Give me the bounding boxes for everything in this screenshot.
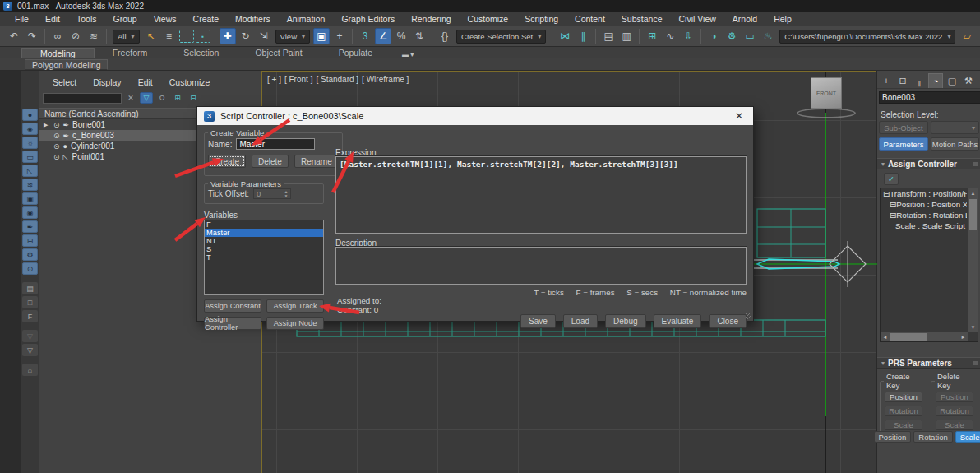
schematic-view-icon[interactable]: ⇩ xyxy=(680,28,696,44)
filter-bones-icon[interactable]: ✒ xyxy=(22,220,38,233)
basket-icon[interactable]: ⌂ xyxy=(22,364,38,376)
assign-node-button[interactable]: Assign Node xyxy=(266,317,324,330)
redo-icon[interactable]: ↷ xyxy=(24,28,40,44)
variable-item[interactable]: NT xyxy=(205,237,323,245)
spinner-snap-icon[interactable]: ⇅ xyxy=(411,28,428,44)
filter-visibility-icon[interactable]: ⊙ xyxy=(22,262,38,275)
eye-icon[interactable]: ⊙ xyxy=(53,153,60,161)
create-key-rotation-button[interactable]: Rotation xyxy=(885,406,922,416)
viewport-menu-renderer[interactable]: [ Standard ] xyxy=(316,75,358,84)
expand-arrow-icon[interactable]: ▶ xyxy=(44,122,50,128)
parameters-button[interactable]: Parameters xyxy=(879,137,928,151)
menu-help[interactable]: Help xyxy=(765,14,800,24)
search-filter-icon[interactable]: ▽ xyxy=(140,92,153,104)
variables-list[interactable]: F Master NT S T xyxy=(204,220,324,295)
scale-track-button[interactable]: Scale xyxy=(955,431,980,443)
filter-helpers-icon[interactable]: ◺ xyxy=(22,165,38,177)
object-name-label[interactable]: Bone001 xyxy=(72,120,105,129)
assign-constant-button[interactable]: Assign Constant xyxy=(204,299,261,313)
object-name-label[interactable]: Point001 xyxy=(72,152,104,161)
select-and-scale-icon[interactable]: ⇲ xyxy=(256,28,272,44)
scrollbar-thumb[interactable] xyxy=(969,199,977,230)
viewport-menu-shading[interactable]: [ Wireframe ] xyxy=(362,75,409,84)
explorer-menu-customize[interactable]: Customize xyxy=(169,77,210,87)
scroll-down-icon[interactable]: ▼ xyxy=(968,322,978,332)
menu-rendering[interactable]: Rendering xyxy=(403,14,459,24)
rotation-track-button[interactable]: Rotation xyxy=(913,431,952,443)
render-production-icon[interactable]: ♨ xyxy=(760,28,776,44)
viewcube-compass-ring[interactable] xyxy=(797,108,856,118)
scroll-left-icon[interactable]: ◄ xyxy=(881,332,890,341)
ribbon-tab-object-paint[interactable]: Object Paint xyxy=(237,48,320,58)
menu-graph-editors[interactable]: Graph Editors xyxy=(333,14,403,24)
folder-options-icon[interactable]: ▱ xyxy=(959,28,975,44)
viewport-menu-general[interactable]: [ + ] xyxy=(267,75,281,84)
prs-parameters-rollout[interactable]: ▾ PRS Parameters xyxy=(877,357,980,369)
description-editor[interactable] xyxy=(335,247,747,285)
object-name-input[interactable] xyxy=(879,91,980,104)
undo-icon[interactable]: ↶ xyxy=(6,28,22,44)
render-setup-icon[interactable]: ⚙ xyxy=(723,28,740,44)
explorer-menu-select[interactable]: Select xyxy=(53,77,76,87)
menu-edit[interactable]: Edit xyxy=(37,14,68,24)
dialog-title-bar[interactable]: 3 Script Controller : c_Bone003\Scale ✕ xyxy=(197,107,753,125)
eye-icon[interactable]: ⊙ xyxy=(53,121,60,129)
ribbon-tab-modeling[interactable]: Modeling xyxy=(21,48,95,58)
bind-to-space-warp-icon[interactable]: ≋ xyxy=(86,28,102,44)
variable-item[interactable]: T xyxy=(205,253,323,262)
assign-controller-button[interactable]: Assign Controller xyxy=(204,317,261,330)
create-tab-icon[interactable]: + xyxy=(879,73,894,88)
use-pivot-point-icon[interactable]: ▣ xyxy=(313,28,330,44)
menu-views[interactable]: Views xyxy=(146,14,185,24)
delete-key-position-button[interactable]: Position xyxy=(936,392,973,402)
selection-set-dropdown[interactable]: Create Selection Set xyxy=(456,30,546,44)
mirror-icon[interactable]: ⋈ xyxy=(557,28,573,44)
select-object-icon[interactable]: ↖ xyxy=(143,28,159,44)
ribbon-tab-freeform[interactable]: Freeform xyxy=(95,48,166,58)
evaluate-button[interactable]: Evaluate xyxy=(654,314,702,328)
assign-controller-button[interactable]: ✓ xyxy=(884,173,899,185)
resize-grip[interactable] xyxy=(746,313,751,319)
controller-tree-row[interactable]: Scale : Scale Script xyxy=(881,220,967,231)
filter-funnel-icon[interactable]: ▽ xyxy=(22,344,38,356)
modify-tab-icon[interactable]: ⊡ xyxy=(895,73,910,88)
save-button[interactable]: Save xyxy=(520,314,556,328)
delete-button[interactable]: Delete xyxy=(252,155,289,168)
viewcube[interactable]: FRONT xyxy=(811,77,842,109)
polygon-modeling-panel[interactable]: Polygon Modeling xyxy=(25,59,108,70)
angle-snap-icon[interactable]: ∠ xyxy=(375,28,391,44)
filter-geometry-icon[interactable]: ● xyxy=(22,109,38,121)
variable-item[interactable]: F xyxy=(205,220,323,229)
controller-tree-row[interactable]: ⊟Transform : Position/Rota xyxy=(881,188,967,199)
menu-create[interactable]: Create xyxy=(185,14,228,24)
menu-animation[interactable]: Animation xyxy=(279,14,334,24)
menu-customize[interactable]: Customize xyxy=(460,14,517,24)
expression-editor[interactable]: [Master.stretchTM[1][1], Master.stretchT… xyxy=(335,156,747,234)
sub-object-dropdown[interactable]: ▾ xyxy=(931,121,979,134)
window-crossing-icon[interactable]: ▪ xyxy=(196,30,210,43)
align-icon[interactable]: ∥ xyxy=(575,28,591,44)
viewport-menu-pov[interactable]: [ Front ] xyxy=(284,75,312,84)
assign-controller-rollout[interactable]: ▾ Assign Controller xyxy=(877,158,980,169)
menu-scripting[interactable]: Scripting xyxy=(516,14,566,24)
menu-substance[interactable]: Substance xyxy=(613,14,671,24)
ribbon-overflow-icon[interactable]: ▬ ▾ xyxy=(402,51,414,58)
menu-file[interactable]: File xyxy=(7,14,37,24)
material-editor-icon[interactable]: ◑ xyxy=(705,28,722,44)
delete-key-scale-button[interactable]: Scale xyxy=(936,420,973,430)
percent-snap-icon[interactable]: % xyxy=(393,28,409,44)
delete-key-rotation-button[interactable]: Rotation xyxy=(936,406,973,416)
select-and-link-icon[interactable]: ∞ xyxy=(49,28,66,44)
object-name-label[interactable]: c_Bone003 xyxy=(72,131,114,140)
controller-tree-row[interactable]: ⊟Position : Position XYZ xyxy=(881,199,967,210)
menu-arnold[interactable]: Arnold xyxy=(724,14,765,24)
variable-item[interactable]: Master xyxy=(205,229,323,237)
position-track-button[interactable]: Position xyxy=(874,431,912,443)
frozen-icon[interactable]: F xyxy=(22,310,38,322)
filter-cameras-icon[interactable]: ▭ xyxy=(22,151,38,163)
controller-tree-row[interactable]: ⊟Rotation : Rotation List xyxy=(881,210,967,220)
close-button[interactable]: Close xyxy=(709,314,747,328)
tree-vertical-scrollbar[interactable]: ▲ ▼ xyxy=(968,188,978,332)
filter-space-warps-icon[interactable]: ≋ xyxy=(22,179,38,191)
tick-offset-spinner[interactable]: 0 ▲ ▼ xyxy=(253,188,291,199)
